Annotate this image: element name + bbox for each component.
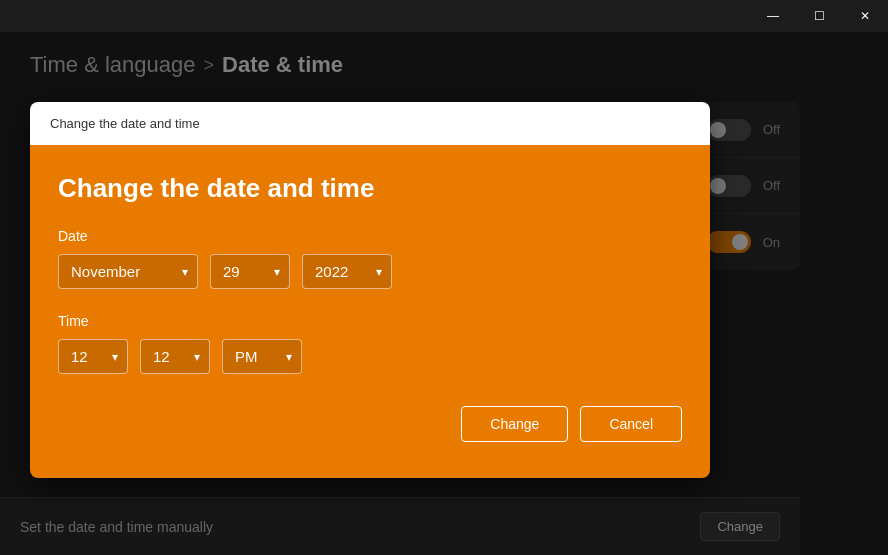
ampm-dropdown[interactable]: AM PM (222, 339, 302, 374)
dialog-footer: Change Cancel (58, 406, 682, 442)
ampm-dropdown-wrapper: AM PM ▾ (222, 339, 302, 374)
hour-dropdown[interactable]: 1234 5678 9101112 (58, 339, 128, 374)
month-dropdown[interactable]: January February March April May June Ju… (58, 254, 198, 289)
close-button[interactable]: ✕ (842, 0, 888, 32)
minute-dropdown[interactable]: 000510 121520 253035 40455055 (140, 339, 210, 374)
time-label: Time (58, 313, 682, 329)
maximize-button[interactable]: ☐ (796, 0, 842, 32)
dialog: Change the date and time Change the date… (30, 102, 710, 478)
day-dropdown[interactable]: 12345 678910 1112131415 1617181920 21222… (210, 254, 290, 289)
dialog-heading: Change the date and time (58, 173, 682, 204)
day-dropdown-wrapper: 12345 678910 1112131415 1617181920 21222… (210, 254, 290, 289)
main-content: Time & language > Date & time er 29, 202… (0, 32, 888, 555)
date-row: January February March April May June Ju… (58, 254, 682, 289)
month-dropdown-wrapper: January February March April May June Ju… (58, 254, 198, 289)
dialog-overlay: Change the date and time Change the date… (0, 32, 888, 555)
title-bar: — ☐ ✕ (0, 0, 888, 32)
dialog-cancel-button[interactable]: Cancel (580, 406, 682, 442)
year-dropdown[interactable]: 2020 2021 2022 2023 2024 (302, 254, 392, 289)
year-dropdown-wrapper: 2020 2021 2022 2023 2024 ▾ (302, 254, 392, 289)
time-row: 1234 5678 9101112 ▾ 000510 121520 253035… (58, 339, 682, 374)
minute-dropdown-wrapper: 000510 121520 253035 40455055 ▾ (140, 339, 210, 374)
dialog-body: Change the date and time Date January Fe… (30, 145, 710, 478)
hour-dropdown-wrapper: 1234 5678 9101112 ▾ (58, 339, 128, 374)
window-controls: — ☐ ✕ (750, 0, 888, 32)
minimize-button[interactable]: — (750, 0, 796, 32)
date-label: Date (58, 228, 682, 244)
dialog-title-bar: Change the date and time (30, 102, 710, 145)
dialog-title-text: Change the date and time (50, 116, 200, 131)
dialog-change-button[interactable]: Change (461, 406, 568, 442)
